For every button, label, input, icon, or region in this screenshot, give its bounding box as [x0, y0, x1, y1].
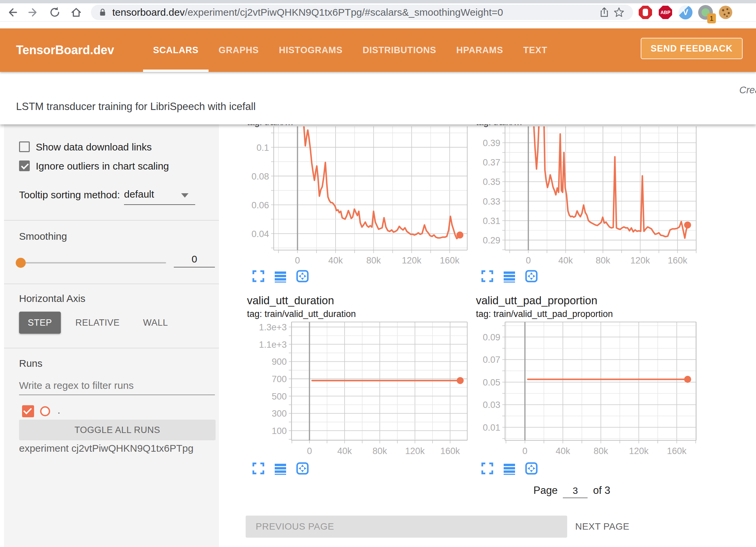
chart-actions: [481, 269, 538, 283]
chart-plot[interactable]: 1003005007009001.1e+31.3e+3040k80k120k16…: [247, 319, 471, 460]
runs-regex-input[interactable]: Write a regex to filter runs: [19, 380, 134, 391]
abp-extension-button[interactable]: ABP: [658, 5, 673, 20]
cookie-icon: [719, 5, 733, 19]
show-download-links-checkbox[interactable]: [19, 141, 30, 152]
adblock-extension-button[interactable]: [638, 5, 653, 20]
data-table-icon: [504, 282, 515, 283]
svg-text:0.09: 0.09: [483, 332, 500, 342]
page-label: Page: [533, 484, 557, 497]
url-text: tensorboard.dev/experiment/cj2vtPiwQHKN9…: [112, 7, 597, 18]
horizontal-axis-options: STEP RELATIVE WALL: [19, 312, 177, 334]
abp-icon: ABP: [659, 6, 672, 19]
settings-sidebar: Show data download links Ignore outliers…: [4, 124, 219, 547]
svg-text:0.01: 0.01: [483, 423, 500, 433]
tab-distributions[interactable]: DISTRIBUTIONS: [353, 28, 446, 72]
fit-domain-icon: [299, 465, 306, 472]
svg-text:0.29: 0.29: [483, 235, 500, 245]
svg-text:1.3e+3: 1.3e+3: [259, 322, 287, 332]
data-table-icon: [504, 474, 515, 475]
svg-text:0.07: 0.07: [483, 355, 500, 365]
chevron-down-icon: [181, 193, 188, 198]
home-button[interactable]: [69, 5, 84, 20]
fullscreen-icon-button[interactable]: [252, 269, 265, 283]
home-icon: [72, 9, 81, 16]
url-bar[interactable]: tensorboard.dev/experiment/cj2vtPiwQHKN9…: [91, 5, 633, 20]
svg-text:700: 700: [272, 374, 287, 384]
fit-domain-icon-button[interactable]: [525, 462, 538, 475]
chart-plot[interactable]: 0.290.310.330.350.370.39040k80k120k160k: [476, 126, 700, 268]
svg-text:0: 0: [295, 255, 300, 265]
app-header: TensorBoard.dev SCALARS GRAPHS HISTOGRAM…: [0, 28, 756, 72]
smoothing-label: Smoothing: [19, 231, 67, 242]
svg-text:0.08: 0.08: [251, 172, 269, 182]
chart-card-top-left: 0.040.060.080.1040k80k120k160k: [247, 125, 471, 284]
svg-text:1.1e+3: 1.1e+3: [259, 340, 287, 350]
profile-avatar-button[interactable]: 1: [698, 5, 713, 20]
tooltip-sorting-select[interactable]: default: [124, 189, 154, 200]
send-feedback-button[interactable]: SEND FEEDBACK: [641, 38, 743, 59]
reload-button[interactable]: [47, 5, 62, 20]
svg-text:100: 100: [272, 426, 287, 436]
svg-text:120k: 120k: [629, 446, 649, 456]
smoothing-slider-thumb[interactable]: [16, 258, 26, 268]
run-checkbox[interactable]: [22, 405, 34, 417]
fit-domain-icon-button[interactable]: [525, 269, 538, 283]
horizontal-axis-label: Horizontal Axis: [19, 293, 85, 304]
axis-wall-button[interactable]: WALL: [134, 312, 177, 334]
tab-graphs[interactable]: GRAPHS: [209, 28, 269, 72]
back-button[interactable]: [5, 5, 19, 20]
check-icon: [21, 161, 29, 169]
chart-tag: tag: train/valid_utt_duration: [247, 309, 356, 319]
fullscreen-icon-button[interactable]: [481, 269, 494, 283]
chart-title: valid_utt_pad_proportion: [476, 294, 597, 307]
forward-button[interactable]: [26, 5, 41, 20]
tab-histograms[interactable]: HISTOGRAMS: [269, 28, 353, 72]
chart-title: valid_utt_duration: [247, 294, 334, 307]
tab-hparams[interactable]: HPARAMS: [446, 28, 513, 72]
tooltip-sorting-label: Tooltip sorting method:: [19, 189, 120, 201]
axis-relative-button[interactable]: RELATIVE: [67, 312, 129, 334]
tab-scalars[interactable]: SCALARS: [143, 28, 209, 72]
share-button[interactable]: [597, 5, 612, 20]
smoothing-slider-track[interactable]: [21, 262, 166, 263]
fullscreen-icon-button[interactable]: [481, 462, 494, 475]
ignore-outliers-checkbox[interactable]: [19, 160, 30, 171]
chart-card-valid-utt-pad-proportion: valid_utt_pad_proportion tag: train/vali…: [476, 293, 700, 477]
cookie-extension-button[interactable]: [718, 5, 733, 20]
browser-toolbar: tensorboard.dev/experiment/cj2vtPiwQHKN9…: [0, 3, 756, 22]
page-number-input[interactable]: 3: [563, 483, 588, 498]
bookmark-button[interactable]: [612, 5, 626, 20]
previous-page-button[interactable]: PREVIOUS PAGE: [246, 516, 567, 538]
smoothing-value-input[interactable]: 0: [174, 253, 215, 267]
svg-text:80k: 80k: [594, 446, 608, 456]
fit-domain-icon: [299, 272, 306, 280]
run-color-swatch[interactable]: [40, 406, 50, 416]
data-table-icon-button[interactable]: [274, 462, 287, 475]
data-table-icon-button[interactable]: [503, 462, 516, 475]
lock-icon: [98, 7, 108, 17]
v-extension-button[interactable]: V: [678, 5, 693, 20]
svg-text:160k: 160k: [440, 255, 460, 265]
fit-domain-icon-button[interactable]: [296, 462, 309, 475]
svg-text:0.39: 0.39: [483, 138, 500, 148]
toggle-all-runs-button[interactable]: TOGGLE ALL RUNS: [19, 420, 216, 440]
tab-text[interactable]: TEXT: [513, 28, 557, 72]
data-table-icon-button[interactable]: [274, 269, 287, 283]
chart-plot[interactable]: 0.040.060.080.1040k80k120k160k: [247, 126, 471, 268]
svg-text:0.37: 0.37: [483, 157, 500, 168]
check-icon: [23, 406, 32, 414]
svg-text:0.35: 0.35: [483, 177, 500, 187]
hand-stop-icon: [639, 6, 652, 19]
fullscreen-icon-button[interactable]: [252, 462, 265, 475]
ignore-outliers-label: Ignore outliers in chart scaling: [36, 160, 169, 172]
fullscreen-icon: [253, 463, 263, 473]
data-table-icon-button[interactable]: [503, 269, 516, 283]
chart-plot[interactable]: 0.010.030.050.070.09040k80k120k160k: [476, 319, 700, 460]
svg-text:0.1: 0.1: [256, 143, 269, 153]
fit-domain-icon-button[interactable]: [296, 269, 309, 283]
chart-tag: tag: train/valid_utt_pad_proportion: [476, 309, 613, 319]
divider: [4, 220, 219, 221]
axis-step-button[interactable]: STEP: [19, 312, 61, 334]
app-logo[interactable]: TensorBoard.dev: [16, 43, 126, 57]
next-page-button[interactable]: NEXT PAGE: [571, 516, 634, 538]
